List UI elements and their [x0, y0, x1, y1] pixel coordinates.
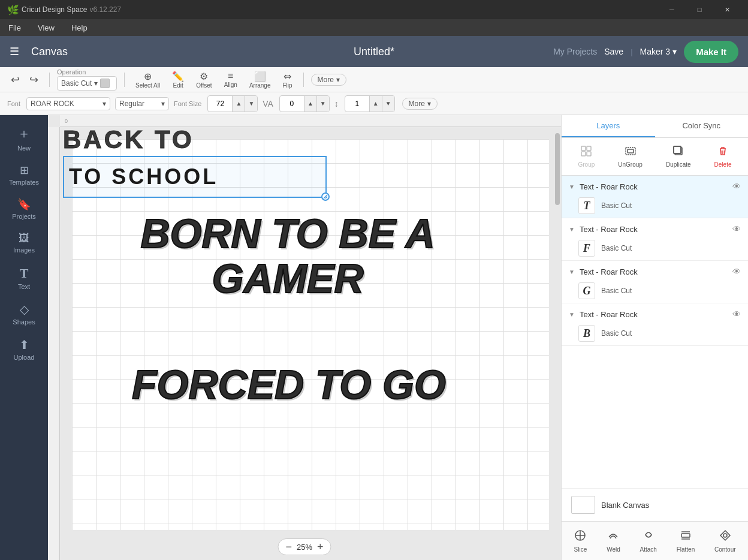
canvas-text-forced: FORCED TO GO: [132, 361, 446, 408]
letter-space-input[interactable]: [280, 98, 304, 110]
header-divider: |: [631, 47, 632, 56]
font-size-up-button[interactable]: ▲: [232, 96, 245, 112]
font-more-button[interactable]: More ▾: [402, 98, 438, 110]
minimize-button[interactable]: ─: [658, 0, 686, 19]
layer-name-1: Text - Roar Rock: [580, 225, 728, 234]
sidebar-item-text[interactable]: T Text: [4, 261, 44, 295]
line-space-input[interactable]: [345, 98, 369, 110]
layer-item-3[interactable]: B Basic Cut: [562, 321, 748, 345]
attach-icon: [642, 529, 655, 545]
machine-selector[interactable]: Maker 3 ▾: [640, 47, 677, 56]
tab-color-sync[interactable]: Color Sync: [655, 115, 749, 137]
align-button[interactable]: ≡ Align: [221, 70, 241, 89]
line-space-up-button[interactable]: ▲: [369, 96, 382, 112]
new-icon: ＋: [17, 125, 31, 143]
line-space-down-button[interactable]: ▼: [382, 96, 394, 112]
maximize-button[interactable]: □: [686, 0, 713, 19]
layer-visibility-3[interactable]: 👁: [732, 309, 741, 319]
color-swatch[interactable]: [100, 79, 110, 88]
style-selector[interactable]: Regular ▾: [115, 97, 169, 110]
toolbar: ↩ ↪ Operation Basic Cut ▾ ⊕ Select All ✏…: [0, 67, 748, 92]
duplicate-button[interactable]: Duplicate: [661, 143, 696, 170]
layer-item-2[interactable]: G Basic Cut: [562, 279, 748, 303]
letter-space-up-button[interactable]: ▲: [304, 96, 316, 112]
duplicate-icon: [672, 145, 684, 160]
sidebar-item-upload[interactable]: ⬆ Upload: [4, 333, 44, 366]
letter-space-down-button[interactable]: ▼: [316, 96, 329, 112]
operation-value: Basic Cut: [61, 79, 92, 88]
save-button[interactable]: Save: [604, 47, 623, 56]
flatten-icon: [679, 529, 692, 545]
more-button[interactable]: More ▾: [311, 74, 346, 86]
layer-item-0[interactable]: T Basic Cut: [562, 194, 748, 218]
group-button[interactable]: Group: [574, 143, 600, 170]
flatten-button[interactable]: Flatten: [673, 526, 699, 555]
operation-selector[interactable]: Basic Cut ▾: [57, 76, 117, 91]
zoom-in-button[interactable]: +: [317, 541, 324, 552]
font-size-down-button[interactable]: ▼: [245, 96, 257, 112]
style-chevron-icon: ▾: [161, 100, 165, 108]
ungroup-button[interactable]: UnGroup: [613, 143, 647, 170]
letter-space-control[interactable]: ▲ ▼: [279, 95, 330, 112]
hamburger-icon[interactable]: ☰: [10, 45, 19, 58]
redo-button[interactable]: ↪: [26, 72, 42, 88]
layer-header-0[interactable]: ▼ Text - Roar Rock 👁: [562, 176, 748, 194]
ruler-left: [48, 127, 60, 560]
close-button[interactable]: ✕: [713, 0, 741, 19]
sidebar-item-label-images: Images: [13, 246, 35, 254]
layer-visibility-1[interactable]: 👁: [732, 224, 741, 234]
canvas-scrollbar[interactable]: [554, 127, 561, 542]
slice-button[interactable]: Slice: [570, 526, 590, 555]
flip-button[interactable]: ⇔ Flip: [279, 70, 295, 90]
font-toolbar: Font ROAR ROCK ▾ Regular ▾ Font Size ▲ ▼…: [0, 92, 748, 115]
canvas-content[interactable]: BACK TO TO SCHOOL BORN TO BE A GAMER FOR…: [60, 127, 561, 542]
select-all-button[interactable]: ⊕ Select All: [132, 70, 164, 90]
canvas-area[interactable]: 0 BACK TO TO SCHOOL BORN TO BE A GAMER F…: [48, 115, 561, 560]
more-chevron-icon: ▾: [336, 76, 340, 84]
ruler-top: 0: [60, 115, 561, 127]
sidebar-item-new[interactable]: ＋ New: [4, 120, 44, 156]
resize-handle[interactable]: [321, 192, 330, 201]
attach-button[interactable]: Attach: [637, 526, 660, 555]
menu-file[interactable]: File: [5, 22, 25, 34]
menu-view[interactable]: View: [34, 22, 58, 34]
layer-visibility-2[interactable]: 👁: [732, 267, 741, 276]
undo-button[interactable]: ↩: [7, 72, 23, 88]
sidebar-item-label-projects: Projects: [12, 213, 36, 220]
weld-button[interactable]: Weld: [603, 526, 624, 555]
sidebar-item-label-text: Text: [18, 283, 30, 290]
layer-header-1[interactable]: ▼ Text - Roar Rock 👁: [562, 218, 748, 236]
blank-canvas-icon: [571, 496, 595, 514]
delete-button[interactable]: Delete: [710, 143, 737, 170]
group-icon: [580, 145, 592, 160]
arrange-button[interactable]: ⬜ Arrange: [246, 70, 275, 90]
blank-canvas-row[interactable]: Blank Canvas: [562, 488, 748, 521]
layer-visibility-0[interactable]: 👁: [732, 182, 741, 191]
text-selection-box[interactable]: TO SCHOOL: [63, 156, 327, 198]
sidebar-item-projects[interactable]: 🔖 Projects: [4, 193, 44, 225]
sidebar-item-shapes[interactable]: ◇ Shapes: [4, 297, 44, 330]
font-selector[interactable]: ROAR ROCK ▾: [26, 97, 110, 110]
sidebar-item-label-shapes: Shapes: [13, 318, 35, 326]
canvas-editing-text: TO SCHOOL: [69, 164, 218, 189]
layer-header-2[interactable]: ▼ Text - Roar Rock 👁: [562, 261, 748, 279]
text-icon: T: [20, 266, 29, 281]
sidebar-item-images[interactable]: 🖼 Images: [4, 227, 44, 258]
zoom-out-button[interactable]: −: [285, 541, 292, 552]
line-space-control[interactable]: ▲ ▼: [345, 95, 395, 112]
layer-header-3[interactable]: ▼ Text - Roar Rock 👁: [562, 303, 748, 321]
menu-help[interactable]: Help: [68, 22, 91, 34]
font-size-control[interactable]: ▲ ▼: [207, 95, 258, 112]
layer-item-1[interactable]: F Basic Cut: [562, 236, 748, 260]
titlebar: 🌿 Cricut Design Space v6.12.227 ─ □ ✕: [0, 0, 748, 19]
tab-layers[interactable]: Layers: [562, 115, 655, 137]
my-projects-button[interactable]: My Projects: [553, 47, 597, 56]
offset-button[interactable]: ⚙ Offset: [192, 70, 216, 90]
flip-icon: ⇔: [283, 71, 291, 82]
sidebar-item-templates[interactable]: ⊞ Templates: [4, 159, 44, 191]
contour-button[interactable]: Contour: [711, 526, 740, 555]
font-size-input[interactable]: [208, 98, 232, 110]
make-it-button[interactable]: Make It: [684, 41, 738, 63]
edit-button[interactable]: ✏️ Edit: [168, 70, 188, 90]
scrollbar-thumb[interactable]: [555, 133, 560, 205]
